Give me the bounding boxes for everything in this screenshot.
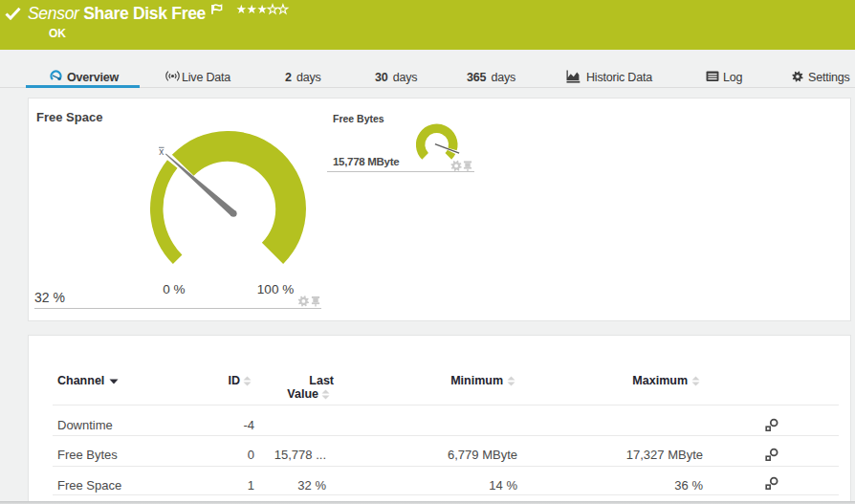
svg-text:x: x xyxy=(159,146,164,157)
